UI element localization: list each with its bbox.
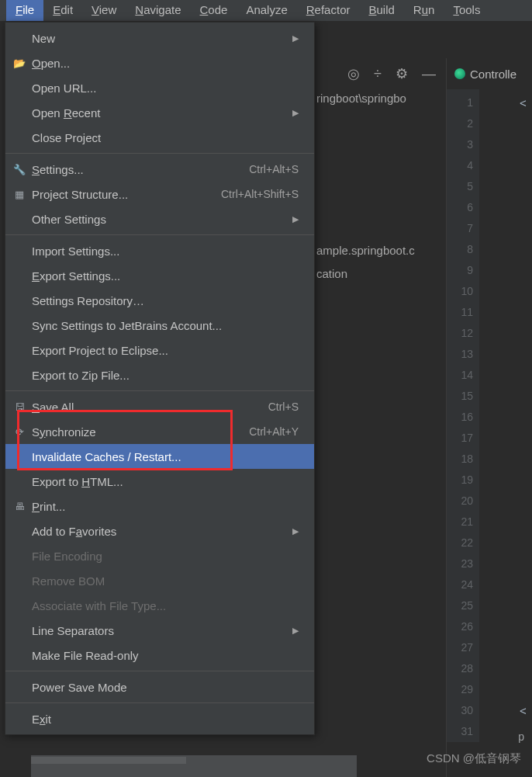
menu-invalidate-caches[interactable]: Invalidate Caches / Restart...: [5, 444, 314, 469]
line-number[interactable]: 29: [447, 679, 473, 700]
line-number[interactable]: 12: [447, 323, 473, 344]
menu-file-encoding: File Encoding: [5, 543, 314, 568]
menu-line-separators[interactable]: Line Separators▶: [5, 618, 314, 643]
line-number[interactable]: 24: [447, 574, 473, 595]
menu-run[interactable]: Run: [404, 0, 444, 21]
code-fragment: ample.springboot.c cation: [316, 239, 415, 286]
menu-edit[interactable]: Edit: [43, 0, 82, 21]
menu-print[interactable]: 🖶Print...: [5, 494, 314, 519]
line-number[interactable]: 14: [447, 365, 473, 386]
gear-icon[interactable]: ⚙: [396, 65, 408, 82]
line-number[interactable]: 23: [447, 553, 473, 574]
chevron-right-icon: ▶: [292, 626, 299, 636]
line-number[interactable]: 25: [447, 595, 473, 616]
menu-settings-repo[interactable]: Settings Repository…: [5, 288, 314, 313]
menu-sync-settings[interactable]: Sync Settings to JetBrains Account...: [5, 313, 314, 338]
line-number[interactable]: 30: [447, 700, 473, 721]
line-number[interactable]: 31: [447, 721, 473, 742]
project-structure-icon: ▦: [13, 189, 26, 200]
separator: [5, 234, 314, 235]
menu-exit[interactable]: Exit: [5, 706, 314, 731]
code-column: < <: [493, 92, 527, 721]
folder-open-icon: 📂: [13, 57, 26, 69]
menu-other-settings[interactable]: Other Settings▶: [5, 206, 314, 231]
target-icon[interactable]: ◎: [347, 65, 360, 82]
line-number[interactable]: 26: [447, 616, 473, 637]
line-number[interactable]: 9: [447, 260, 473, 281]
line-number[interactable]: 4: [447, 155, 473, 176]
sync-icon: ⟳: [13, 426, 26, 438]
line-number[interactable]: 2: [447, 113, 473, 134]
print-icon: 🖶: [13, 501, 26, 512]
line-number[interactable]: 17: [447, 428, 473, 449]
editor-tab[interactable]: Controlle: [446, 58, 532, 89]
line-number[interactable]: 6: [447, 197, 473, 218]
separator: [5, 153, 314, 154]
line-number[interactable]: 10: [447, 281, 473, 302]
menu-add-favorites[interactable]: Add to Favorites▶: [5, 519, 314, 543]
menu-project-structure[interactable]: ▦Project Structure...Ctrl+Alt+Shift+S: [5, 182, 314, 206]
line-number[interactable]: 21: [447, 512, 473, 532]
status-fragment: p: [518, 730, 524, 743]
save-icon: 🖫: [13, 401, 26, 413]
menu-build[interactable]: Build: [359, 0, 403, 21]
menu-navigate[interactable]: Navigate: [126, 0, 190, 21]
menu-view[interactable]: View: [82, 0, 126, 21]
watermark: CSDN @低音钢琴: [427, 751, 521, 766]
line-number[interactable]: 7: [447, 218, 473, 239]
breadcrumb-fragment: ringboot\springbo: [316, 92, 406, 105]
chevron-right-icon: ▶: [292, 108, 299, 118]
file-icon: [454, 68, 465, 79]
menu-remove-bom: Remove BOM: [5, 568, 314, 593]
line-number[interactable]: 5: [447, 176, 473, 197]
line-number[interactable]: 27: [447, 637, 473, 658]
menu-export-html[interactable]: Export to HTML...: [5, 469, 314, 494]
line-number[interactable]: 22: [447, 532, 473, 553]
line-number[interactable]: 16: [447, 407, 473, 428]
menu-new[interactable]: New▶: [5, 26, 314, 50]
line-number[interactable]: 18: [447, 449, 473, 470]
gutter: 1 2 3 4 5 6 7 8 9 10 11 12 13 14 15 16 1…: [447, 89, 479, 742]
menu-synchronize[interactable]: ⟳SynchronizeCtrl+Alt+Y: [5, 419, 314, 444]
menu-export-eclipse[interactable]: Export Project to Eclipse...: [5, 338, 314, 362]
menu-code[interactable]: Code: [191, 0, 237, 21]
menu-readonly[interactable]: Make File Read-only: [5, 643, 314, 668]
minimize-icon[interactable]: —: [422, 66, 436, 82]
file-menu-dropdown: New▶ 📂Open... Open URL... Open Recent▶ C…: [5, 22, 315, 735]
separator: [5, 702, 314, 703]
line-number[interactable]: 15: [447, 386, 473, 407]
line-number[interactable]: 28: [447, 658, 473, 679]
menu-open[interactable]: 📂Open...: [5, 50, 314, 75]
menu-analyze[interactable]: Analyze: [237, 0, 296, 21]
toolbar-right: ◎ ÷ ⚙ —: [347, 58, 445, 89]
menu-export-settings[interactable]: Export Settings...: [5, 263, 314, 288]
separator: [5, 671, 314, 671]
chevron-right-icon: ▶: [292, 214, 299, 224]
menu-save-all[interactable]: 🖫Save AllCtrl+S: [5, 394, 314, 419]
line-number[interactable]: 11: [447, 302, 473, 323]
line-number[interactable]: 1: [447, 92, 473, 113]
menu-export-zip[interactable]: Export to Zip File...: [5, 362, 314, 387]
menu-tools[interactable]: Tools: [444, 0, 489, 21]
menu-settings[interactable]: 🔧Settings...Ctrl+Alt+S: [5, 157, 314, 182]
menu-import-settings[interactable]: Import Settings...: [5, 238, 314, 263]
chevron-right-icon: ▶: [292, 33, 299, 43]
line-number[interactable]: 19: [447, 470, 473, 491]
wrench-icon: 🔧: [13, 164, 26, 175]
line-number[interactable]: 20: [447, 491, 473, 512]
menu-associate-filetype: Associate with File Type...: [5, 593, 314, 618]
separator: [5, 390, 314, 391]
menu-open-url[interactable]: Open URL...: [5, 75, 314, 100]
menu-power-save[interactable]: Power Save Mode: [5, 675, 314, 699]
menu-open-recent[interactable]: Open Recent▶: [5, 100, 314, 125]
menu-refactor[interactable]: Refactor: [297, 0, 360, 21]
line-number[interactable]: 8: [447, 239, 473, 260]
scrollbar[interactable]: [31, 757, 186, 764]
line-number[interactable]: 13: [447, 344, 473, 365]
line-number[interactable]: 3: [447, 134, 473, 155]
divider-icon: ÷: [374, 66, 382, 82]
chevron-right-icon: ▶: [292, 526, 299, 536]
menu-file[interactable]: File: [6, 0, 43, 21]
menu-close-project[interactable]: Close Project: [5, 125, 314, 150]
menubar: File Edit View Navigate Code Analyze Ref…: [0, 0, 532, 22]
